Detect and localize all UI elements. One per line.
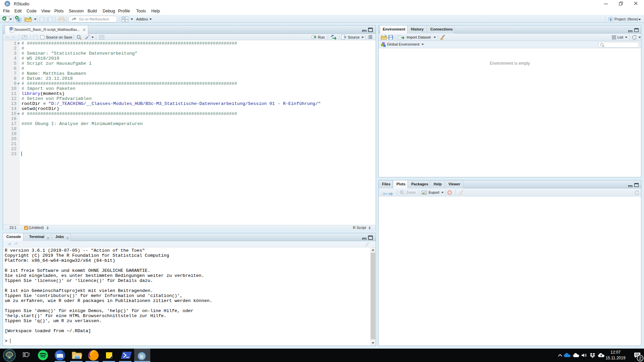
svg-text:R: R: [140, 354, 144, 359]
svg-text:R: R: [6, 2, 9, 6]
svg-text:#: #: [25, 227, 27, 230]
svg-text:R: R: [610, 18, 612, 21]
svg-text:R: R: [10, 27, 12, 31]
svg-text:2: 2: [639, 356, 641, 361]
svg-text:R: R: [18, 18, 20, 22]
